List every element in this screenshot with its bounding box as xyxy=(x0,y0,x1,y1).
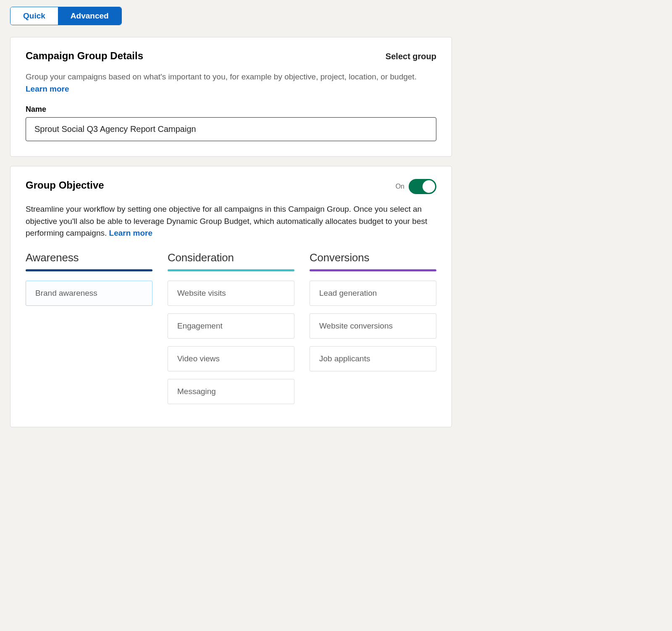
objective-tile-website-conversions[interactable]: Website conversions xyxy=(310,313,436,339)
objective-tile-video-views[interactable]: Video views xyxy=(168,346,294,371)
card-title: Group Objective xyxy=(26,179,104,191)
column-consideration: Consideration Website visits Engagement … xyxy=(168,251,294,412)
select-group-link[interactable]: Select group xyxy=(386,52,436,61)
objective-learn-more-link[interactable]: Learn more xyxy=(109,229,152,237)
campaign-group-name-input[interactable] xyxy=(26,117,436,141)
objective-toggle[interactable] xyxy=(409,179,436,194)
column-conversions: Conversions Lead generation Website conv… xyxy=(310,251,436,412)
objective-description: Streamline your workflow by setting one … xyxy=(26,203,436,239)
toggle-label: On xyxy=(396,183,404,190)
details-learn-more-link[interactable]: Learn more xyxy=(26,84,69,93)
column-divider xyxy=(168,269,294,271)
column-heading: Awareness xyxy=(26,251,152,269)
column-divider xyxy=(26,269,152,271)
objective-tile-job-applicants[interactable]: Job applicants xyxy=(310,346,436,371)
objective-tile-engagement[interactable]: Engagement xyxy=(168,313,294,339)
objective-tile-brand-awareness[interactable]: Brand awareness xyxy=(26,281,152,306)
objective-tile-messaging[interactable]: Messaging xyxy=(168,379,294,404)
campaign-group-details-card: Campaign Group Details Select group Grou… xyxy=(10,37,452,157)
details-description-text: Group your campaigns based on what's imp… xyxy=(26,72,417,81)
details-description: Group your campaigns based on what's imp… xyxy=(26,71,436,95)
tab-quick[interactable]: Quick xyxy=(10,7,58,25)
column-heading: Consideration xyxy=(168,251,294,269)
column-heading: Conversions xyxy=(310,251,436,269)
objective-tile-website-visits[interactable]: Website visits xyxy=(168,281,294,306)
objective-description-text: Streamline your workflow by setting one … xyxy=(26,205,427,237)
column-divider xyxy=(310,269,436,271)
group-objective-card: Group Objective On Streamline your workf… xyxy=(10,166,452,427)
name-label: Name xyxy=(26,105,436,114)
objective-columns: Awareness Brand awareness Consideration … xyxy=(26,251,436,412)
column-awareness: Awareness Brand awareness xyxy=(26,251,152,412)
tab-advanced[interactable]: Advanced xyxy=(58,7,121,25)
card-title: Campaign Group Details xyxy=(26,50,143,62)
objective-tile-lead-generation[interactable]: Lead generation xyxy=(310,281,436,306)
mode-toggle: Quick Advanced xyxy=(10,7,122,25)
